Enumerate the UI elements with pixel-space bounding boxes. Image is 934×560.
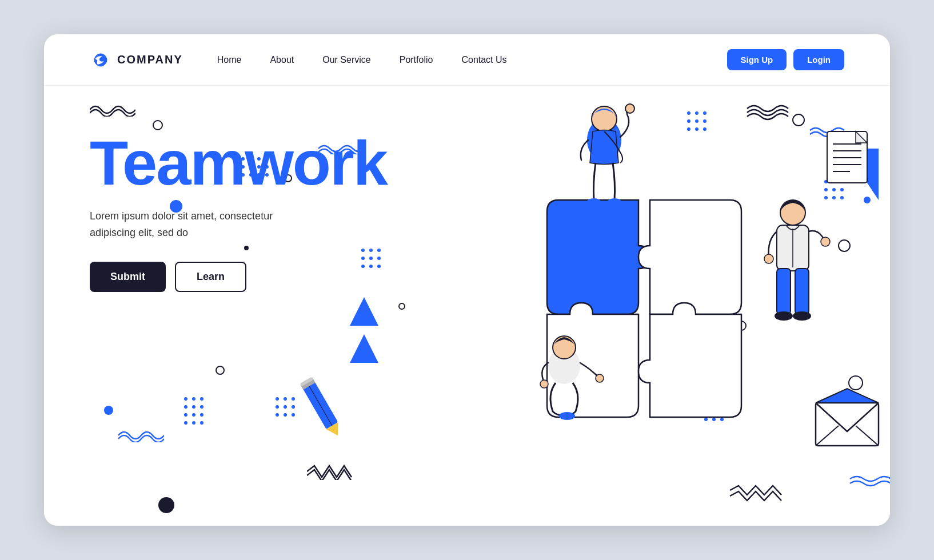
nav-home[interactable]: Home xyxy=(217,55,242,65)
svg-point-126 xyxy=(764,254,773,263)
decor-wave-2 xyxy=(118,429,164,445)
hero-buttons: Submit Learn xyxy=(90,262,387,292)
svg-point-25 xyxy=(200,397,203,401)
svg-point-116 xyxy=(608,198,621,205)
svg-point-113 xyxy=(592,106,617,131)
svg-line-48 xyxy=(309,386,332,426)
svg-point-33 xyxy=(192,421,195,425)
decor-wave-1 xyxy=(90,103,135,119)
svg-point-55 xyxy=(687,127,690,131)
nav-portfolio[interactable]: Portfolio xyxy=(400,55,433,65)
svg-point-115 xyxy=(587,198,601,205)
logo[interactable]: COMPANY xyxy=(90,49,183,71)
svg-point-49 xyxy=(687,111,690,115)
svg-point-127 xyxy=(821,237,830,246)
hero-description: Lorem ipsum dolor sit amet, consectetur … xyxy=(90,208,387,241)
svg-marker-45 xyxy=(326,422,344,439)
svg-point-68 xyxy=(824,196,828,199)
decor-zigzag-1 xyxy=(307,463,353,482)
decor-dot-3 xyxy=(158,497,174,513)
svg-point-129 xyxy=(793,311,811,321)
svg-point-30 xyxy=(192,413,195,417)
signup-button[interactable]: Sign Up xyxy=(727,49,787,70)
svg-point-98 xyxy=(849,376,863,390)
page-wrapper: COMPANY Home About Our Service Portfolio… xyxy=(44,34,890,526)
svg-point-128 xyxy=(775,311,793,321)
decor-pencil xyxy=(294,370,349,443)
svg-point-53 xyxy=(695,119,698,123)
svg-point-39 xyxy=(284,405,287,409)
svg-point-50 xyxy=(695,111,698,115)
svg-rect-124 xyxy=(777,269,791,314)
svg-point-51 xyxy=(703,111,707,115)
svg-marker-21 xyxy=(350,297,378,326)
svg-rect-125 xyxy=(795,269,809,314)
svg-point-52 xyxy=(687,119,690,123)
navbar: COMPANY Home About Our Service Portfolio… xyxy=(44,34,890,86)
hero-section: Teamwork Lorem ipsum dolor sit amet, con… xyxy=(44,86,890,526)
svg-point-26 xyxy=(184,405,187,409)
svg-point-54 xyxy=(703,119,707,123)
svg-point-97 xyxy=(720,418,724,421)
svg-point-121 xyxy=(559,412,575,420)
decor-circle-4 xyxy=(215,366,225,375)
svg-point-59 xyxy=(839,240,850,251)
svg-point-35 xyxy=(276,397,279,401)
svg-point-28 xyxy=(200,405,203,409)
svg-point-40 xyxy=(292,405,295,409)
nav-service[interactable]: Our Service xyxy=(322,55,370,65)
svg-point-60 xyxy=(864,197,871,203)
svg-point-114 xyxy=(625,104,634,113)
hero-title: Teamwork xyxy=(90,131,387,194)
svg-point-31 xyxy=(200,413,203,417)
svg-marker-22 xyxy=(350,334,378,363)
svg-point-69 xyxy=(832,196,836,199)
decor-dotgrid-4 xyxy=(273,394,307,431)
svg-point-27 xyxy=(192,405,195,409)
svg-rect-110 xyxy=(816,403,879,446)
logo-text: COMPANY xyxy=(117,53,183,66)
svg-point-67 xyxy=(840,188,844,191)
svg-point-24 xyxy=(192,397,195,401)
svg-point-34 xyxy=(200,421,203,425)
svg-point-23 xyxy=(184,397,187,401)
svg-point-70 xyxy=(840,196,844,199)
svg-point-122 xyxy=(780,200,805,225)
logo-icon xyxy=(90,49,111,71)
illustration xyxy=(376,86,890,526)
svg-point-43 xyxy=(292,413,295,417)
svg-point-96 xyxy=(712,418,716,421)
nav-about[interactable]: About xyxy=(270,55,294,65)
decor-dotgrid-3 xyxy=(181,394,215,431)
svg-point-42 xyxy=(284,413,287,417)
nav-contact[interactable]: Contact Us xyxy=(461,55,506,65)
login-button[interactable]: Login xyxy=(793,49,844,70)
svg-rect-44 xyxy=(301,378,338,429)
nav-links: Home About Our Service Portfolio Contact… xyxy=(217,55,727,65)
svg-point-66 xyxy=(832,188,836,191)
svg-rect-46 xyxy=(301,378,316,390)
svg-point-32 xyxy=(184,421,187,425)
svg-point-57 xyxy=(703,127,707,131)
submit-button[interactable]: Submit xyxy=(90,262,166,292)
svg-marker-111 xyxy=(816,389,879,403)
svg-point-41 xyxy=(276,413,279,417)
svg-point-65 xyxy=(824,188,828,191)
svg-point-95 xyxy=(704,418,708,421)
svg-point-120 xyxy=(596,374,604,382)
learn-button[interactable]: Learn xyxy=(175,262,246,292)
svg-point-58 xyxy=(793,114,804,126)
svg-point-38 xyxy=(276,405,279,409)
nav-actions: Sign Up Login xyxy=(727,49,845,70)
svg-point-56 xyxy=(695,127,698,131)
hero-content: Teamwork Lorem ipsum dolor sit amet, con… xyxy=(90,131,387,292)
svg-rect-47 xyxy=(300,377,314,386)
svg-point-119 xyxy=(540,380,548,388)
decor-dot-4 xyxy=(104,406,113,415)
svg-point-37 xyxy=(292,397,295,401)
svg-point-29 xyxy=(184,413,187,417)
svg-point-36 xyxy=(284,397,287,401)
